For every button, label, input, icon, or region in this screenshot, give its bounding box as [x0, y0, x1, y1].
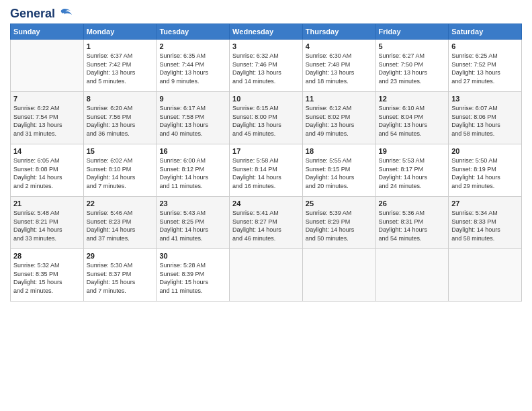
calendar-cell: 16Sunrise: 6:00 AM Sunset: 8:12 PM Dayli… [157, 144, 230, 197]
weekday-header-saturday: Saturday [449, 24, 522, 40]
calendar-cell: 5Sunrise: 6:27 AM Sunset: 7:50 PM Daylig… [375, 40, 449, 92]
day-number: 4 [306, 42, 373, 50]
calendar-table: SundayMondayTuesdayWednesdayThursdayFrid… [10, 24, 522, 302]
day-number: 3 [232, 42, 300, 50]
week-row-3: 14Sunrise: 6:05 AM Sunset: 8:08 PM Dayli… [11, 144, 522, 197]
calendar-cell [302, 249, 375, 302]
day-info: Sunrise: 6:25 AM Sunset: 7:52 PM Dayligh… [451, 52, 519, 85]
calendar-cell [11, 40, 84, 92]
day-number: 11 [306, 95, 373, 103]
day-number: 15 [87, 147, 154, 155]
day-info: Sunrise: 5:39 AM Sunset: 8:29 PM Dayligh… [306, 209, 373, 242]
calendar-cell [230, 249, 303, 302]
day-number: 19 [379, 147, 446, 155]
calendar-cell: 14Sunrise: 6:05 AM Sunset: 8:08 PM Dayli… [11, 144, 84, 197]
calendar-cell: 15Sunrise: 6:02 AM Sunset: 8:10 PM Dayli… [83, 144, 157, 197]
day-info: Sunrise: 5:53 AM Sunset: 8:17 PM Dayligh… [379, 156, 446, 190]
calendar-page: General SundayMondayTuesdayWednesdayThur… [0, 0, 532, 411]
day-number: 17 [232, 147, 300, 155]
day-number: 2 [159, 42, 226, 50]
day-info: Sunrise: 6:12 AM Sunset: 8:02 PM Dayligh… [306, 104, 373, 138]
calendar-cell: 28Sunrise: 5:32 AM Sunset: 8:35 PM Dayli… [11, 249, 84, 302]
day-info: Sunrise: 5:28 AM Sunset: 8:39 PM Dayligh… [159, 261, 226, 295]
weekday-header-sunday: Sunday [11, 24, 84, 40]
day-info: Sunrise: 6:17 AM Sunset: 7:58 PM Dayligh… [159, 104, 226, 138]
day-info: Sunrise: 5:41 AM Sunset: 8:27 PM Dayligh… [232, 209, 300, 242]
weekday-header-wednesday: Wednesday [230, 24, 303, 40]
header: General [10, 7, 522, 18]
day-number: 8 [87, 95, 154, 103]
calendar-cell: 2Sunrise: 6:35 AM Sunset: 7:44 PM Daylig… [157, 40, 230, 92]
day-number: 23 [159, 199, 226, 208]
day-number: 18 [306, 147, 373, 155]
calendar-cell: 6Sunrise: 6:25 AM Sunset: 7:52 PM Daylig… [449, 40, 522, 92]
day-number: 7 [13, 95, 81, 103]
calendar-cell: 20Sunrise: 5:50 AM Sunset: 8:19 PM Dayli… [449, 144, 522, 197]
calendar-cell: 18Sunrise: 5:55 AM Sunset: 8:15 PM Dayli… [302, 144, 375, 197]
calendar-cell: 10Sunrise: 6:15 AM Sunset: 8:00 PM Dayli… [230, 92, 303, 144]
day-number: 26 [379, 199, 446, 208]
calendar-cell: 26Sunrise: 5:36 AM Sunset: 8:31 PM Dayli… [375, 197, 449, 249]
weekday-header-friday: Friday [375, 24, 449, 40]
calendar-cell: 25Sunrise: 5:39 AM Sunset: 8:29 PM Dayli… [302, 197, 375, 249]
calendar-cell: 22Sunrise: 5:46 AM Sunset: 8:23 PM Dayli… [83, 197, 157, 249]
calendar-cell: 4Sunrise: 6:30 AM Sunset: 7:48 PM Daylig… [302, 40, 375, 92]
weekday-header-thursday: Thursday [302, 24, 375, 40]
day-info: Sunrise: 5:36 AM Sunset: 8:31 PM Dayligh… [379, 209, 446, 242]
day-info: Sunrise: 6:15 AM Sunset: 8:00 PM Dayligh… [232, 104, 300, 138]
calendar-cell: 30Sunrise: 5:28 AM Sunset: 8:39 PM Dayli… [157, 249, 230, 302]
day-number: 16 [159, 147, 226, 155]
day-info: Sunrise: 6:07 AM Sunset: 8:06 PM Dayligh… [451, 104, 519, 138]
weekday-header-tuesday: Tuesday [157, 24, 230, 40]
calendar-cell: 19Sunrise: 5:53 AM Sunset: 8:17 PM Dayli… [375, 144, 449, 197]
day-info: Sunrise: 5:32 AM Sunset: 8:35 PM Dayligh… [13, 261, 81, 295]
day-info: Sunrise: 5:55 AM Sunset: 8:15 PM Dayligh… [306, 156, 373, 190]
day-info: Sunrise: 6:37 AM Sunset: 7:42 PM Dayligh… [87, 52, 154, 85]
day-info: Sunrise: 6:20 AM Sunset: 7:56 PM Dayligh… [87, 104, 154, 138]
week-row-4: 21Sunrise: 5:48 AM Sunset: 8:21 PM Dayli… [11, 197, 522, 249]
week-row-5: 28Sunrise: 5:32 AM Sunset: 8:35 PM Dayli… [11, 249, 522, 302]
calendar-cell: 9Sunrise: 6:17 AM Sunset: 7:58 PM Daylig… [157, 92, 230, 144]
day-number: 24 [232, 199, 300, 208]
day-number: 27 [451, 199, 519, 208]
weekday-header-monday: Monday [83, 24, 157, 40]
day-info: Sunrise: 5:50 AM Sunset: 8:19 PM Dayligh… [451, 156, 519, 190]
calendar-cell [449, 249, 522, 302]
day-info: Sunrise: 6:30 AM Sunset: 7:48 PM Dayligh… [306, 52, 373, 85]
week-row-2: 7Sunrise: 6:22 AM Sunset: 7:54 PM Daylig… [11, 92, 522, 144]
day-info: Sunrise: 5:58 AM Sunset: 8:14 PM Dayligh… [232, 156, 300, 190]
day-info: Sunrise: 5:48 AM Sunset: 8:21 PM Dayligh… [13, 209, 81, 242]
calendar-cell [375, 249, 449, 302]
day-info: Sunrise: 5:43 AM Sunset: 8:25 PM Dayligh… [159, 209, 226, 242]
calendar-cell: 13Sunrise: 6:07 AM Sunset: 8:06 PM Dayli… [449, 92, 522, 144]
day-number: 22 [87, 199, 154, 208]
day-info: Sunrise: 6:35 AM Sunset: 7:44 PM Dayligh… [159, 52, 226, 85]
day-info: Sunrise: 6:32 AM Sunset: 7:46 PM Dayligh… [232, 52, 300, 85]
day-info: Sunrise: 6:22 AM Sunset: 7:54 PM Dayligh… [13, 104, 81, 138]
day-number: 29 [87, 252, 154, 260]
logo: General [10, 7, 72, 18]
day-info: Sunrise: 5:30 AM Sunset: 8:37 PM Dayligh… [87, 261, 154, 295]
day-number: 30 [159, 252, 226, 260]
day-info: Sunrise: 6:02 AM Sunset: 8:10 PM Dayligh… [87, 156, 154, 190]
calendar-cell: 27Sunrise: 5:34 AM Sunset: 8:33 PM Dayli… [449, 197, 522, 249]
calendar-cell: 12Sunrise: 6:10 AM Sunset: 8:04 PM Dayli… [375, 92, 449, 144]
calendar-cell: 17Sunrise: 5:58 AM Sunset: 8:14 PM Dayli… [230, 144, 303, 197]
weekday-header-row: SundayMondayTuesdayWednesdayThursdayFrid… [11, 24, 522, 40]
calendar-cell: 11Sunrise: 6:12 AM Sunset: 8:02 PM Dayli… [302, 92, 375, 144]
day-info: Sunrise: 6:27 AM Sunset: 7:50 PM Dayligh… [379, 52, 446, 85]
day-number: 6 [451, 42, 519, 50]
calendar-cell: 1Sunrise: 6:37 AM Sunset: 7:42 PM Daylig… [83, 40, 157, 92]
day-number: 25 [306, 199, 373, 208]
day-number: 10 [232, 95, 300, 103]
day-number: 28 [13, 252, 81, 260]
day-number: 1 [87, 42, 154, 50]
logo-general: General [10, 7, 55, 21]
calendar-cell: 23Sunrise: 5:43 AM Sunset: 8:25 PM Dayli… [157, 197, 230, 249]
day-info: Sunrise: 6:10 AM Sunset: 8:04 PM Dayligh… [379, 104, 446, 138]
day-number: 20 [451, 147, 519, 155]
calendar-cell: 7Sunrise: 6:22 AM Sunset: 7:54 PM Daylig… [11, 92, 84, 144]
day-number: 12 [379, 95, 446, 103]
calendar-cell: 21Sunrise: 5:48 AM Sunset: 8:21 PM Dayli… [11, 197, 84, 249]
calendar-cell: 24Sunrise: 5:41 AM Sunset: 8:27 PM Dayli… [230, 197, 303, 249]
